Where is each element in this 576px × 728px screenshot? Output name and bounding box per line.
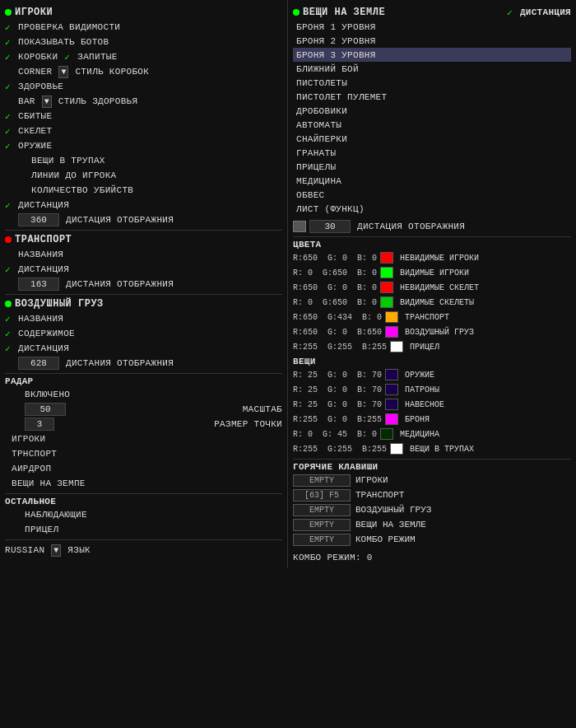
loot-dist-slider[interactable]	[293, 221, 306, 232]
hotkey-combo-input[interactable]	[293, 534, 351, 546]
loot-item-scopes[interactable]: ПРИЦЕЛЫ	[293, 160, 571, 174]
row-health: ✓ ЗДОРОВЬЕ	[5, 79, 282, 94]
row-airdrop-dist: ✓ ДИСТАНЦИЯ	[5, 341, 282, 356]
colors-header: ЦВЕТА	[293, 240, 571, 250]
loot-item-armor2[interactable]: БРОНЯ 2 УРОВНЯ	[293, 34, 571, 48]
color-row-armor: R:255 G: 0 B:255 БРОНЯ	[293, 412, 571, 427]
color-swatch-corpse[interactable]	[390, 443, 403, 455]
row-transport-dist-display: ДИСТАНИЯ ОТОБРАЖНИЯ	[5, 277, 282, 292]
loot-header: ВЕЩИ НА ЗЕМЛЕ ✓ ДИСТАНЦИЯ	[293, 7, 571, 18]
loot-item-ar[interactable]: АВТОМАТЫ	[293, 118, 571, 132]
hotkey-transport-input[interactable]	[293, 489, 351, 502]
color-swatch-invis-players[interactable]	[380, 252, 393, 264]
loot-item-smg[interactable]: ПИСТОЛЕТ ПУЛЕМЕТ	[293, 90, 571, 104]
players-dist-input[interactable]	[18, 213, 59, 226]
loot-item-attachments[interactable]: ОБВЕС	[293, 188, 571, 202]
row-corner-style: CORNER ▼ СТИЛЬ КОРОБОК	[5, 64, 282, 79]
players-dot	[5, 9, 12, 16]
row-radar-enabled: ВКЛЮЧЕНО	[12, 387, 282, 402]
row-boxes: ✓ КОРОБКИ ✓ ЗАПИТЫЕ	[5, 49, 282, 64]
color-swatch-vis-skeleton[interactable]	[380, 296, 393, 308]
row-skeleton: ✓ СКЕЛЕТ	[5, 124, 282, 138]
loot-item-medic[interactable]: МЕДИЦИНА	[293, 174, 571, 188]
right-panel: ВЕЩИ НА ЗЕМЛЕ ✓ ДИСТАНЦИЯ БРОНЯ 1 УРОВНЯ…	[288, 0, 576, 568]
color-row-vis-skeleton: R: 0 G:650 B: 0 ВИДИМЫЕ СКЕЛЕТЫ	[293, 295, 571, 310]
radar-size-input[interactable]	[25, 418, 54, 431]
row-radar-scale: МАСШТАБ	[12, 402, 282, 417]
color-row-weapon: R: 25 G: 0 B: 70 ОРУЖИЕ	[293, 367, 571, 382]
hotkey-transport: ТРАНСПОРТ	[293, 488, 571, 502]
transport-dot	[5, 236, 12, 243]
airdrop-header: ВОЗДУШНЫЙ ГРУЗ	[5, 298, 282, 310]
color-row-crosshair: R:255 G:255 B:255 ПРИЦЕЛ	[293, 339, 571, 354]
color-row-vis-players: R: 0 G:650 B: 0 ВИДИМЫЕ ИГРОКИ	[293, 265, 571, 280]
other-header: ОСТАЛЬНОЕ	[5, 497, 282, 506]
row-bar-style: BAR ▼ СТИЛЬ ЗДОРОВЬЯ	[5, 94, 282, 109]
radar-cat-airdrop: АИРДРОП	[12, 461, 282, 476]
loot-item-armor1[interactable]: БРОНЯ 1 УРОВНЯ	[293, 20, 571, 34]
row-radar-size: РАЗМЕР ТОЧКИ	[12, 417, 282, 432]
color-swatch-weapon[interactable]	[385, 369, 398, 380]
loot-dist-input[interactable]	[309, 220, 351, 233]
loot-dot	[293, 9, 300, 16]
hotkey-players: ИГРОКИ	[293, 473, 571, 488]
airdrop-dot	[5, 301, 12, 307]
divider3	[5, 373, 282, 374]
airdrop-dist-input[interactable]	[18, 357, 59, 370]
row-observers: НАБЛЮДАЮЩИЕ	[12, 507, 282, 522]
bar-dropdown[interactable]: ▼	[42, 96, 52, 108]
corner-dropdown[interactable]: ▼	[58, 66, 68, 78]
color-swatch-vis-players[interactable]	[380, 267, 393, 278]
radar-cat-players: ИГРОКИ	[12, 432, 282, 446]
hotkey-loot: ВЕЩИ НА ЗЕМЛЕ	[293, 517, 571, 532]
players-header: ИГРОКИ	[5, 7, 282, 18]
color-row-navesnoe: R: 25 G: 0 B: 70 НАВЕСНОЕ	[293, 397, 571, 412]
color-row-transport: R:650 G:434 B: 0 ТРАНСПОРТ	[293, 310, 571, 324]
loot-item-armor3[interactable]: БРОНЯ 3 УРОВНЯ	[293, 48, 571, 62]
hotkey-combo: КОМБО РЕЖИМ	[293, 532, 571, 547]
hotkey-loot-input[interactable]	[293, 519, 351, 531]
row-distance-players: ✓ ДИСТАНЦИЯ	[5, 198, 282, 212]
loot-item-pistols[interactable]: ПИСТОЛЕТЫ	[293, 76, 571, 90]
row-crosshair: ПРИЦЕЛ	[12, 522, 282, 537]
divider1	[5, 230, 282, 231]
loot-item-funclist[interactable]: ЛИСТ (ФУНКЦ)	[293, 202, 571, 216]
color-swatch-airdrop[interactable]	[385, 326, 398, 338]
color-row-invis-players: R:650 G: 0 B: 0 НЕВИДИМЫЕ ИГРОКИ	[293, 250, 571, 265]
row-airdrop-contents: ✓ СОДЕРЖИМОЕ	[5, 326, 282, 341]
row-transport-names: НАЗВАНИЯ	[5, 247, 282, 262]
loot-item-shotguns[interactable]: ДРОБОВИКИ	[293, 104, 571, 118]
color-swatch-transport[interactable]	[385, 311, 398, 323]
row-check-visibility: ✓ ПРОВЕРКА ВИДИМОСТИ	[5, 20, 282, 35]
divider5	[5, 539, 282, 540]
color-row-invis-skeleton: R:650 G: 0 B: 0 НЕВИДИМЫЕ СКЕЛЕТ	[293, 280, 571, 295]
divider-right1	[293, 236, 571, 237]
color-swatch-medicine[interactable]	[380, 428, 393, 440]
transport-dist-input[interactable]	[18, 278, 59, 291]
hotkey-players-input[interactable]	[293, 474, 351, 487]
row-airdrop-dist-display: ДИСТАНИЯ ОТОБРАЖНИЯ	[5, 356, 282, 371]
loot-item-snipers[interactable]: СНАЙПЕРКИ	[293, 132, 571, 146]
color-swatch-crosshair[interactable]	[390, 341, 403, 352]
row-weapon: ✓ ОРУЖИЕ	[5, 138, 282, 153]
color-swatch-ammo[interactable]	[385, 384, 398, 395]
row-show-bots: ✓ ПОКАЗЫВАТЬ БОТОВ	[5, 35, 282, 49]
radar-scale-input[interactable]	[25, 403, 66, 416]
color-swatch-navesnoe[interactable]	[385, 399, 398, 410]
color-swatch-invis-skeleton[interactable]	[380, 282, 393, 293]
hotkeys-header: ГОРЯЧИЕ КЛАВИШИ	[293, 462, 571, 472]
hotkey-airdrop-input[interactable]	[293, 504, 351, 516]
row-corpse-items: ВЕЩИ В ТРУПАХ	[18, 153, 282, 168]
divider-right2	[293, 459, 571, 460]
divider4	[5, 493, 282, 494]
color-row-corpse: R:255 G:255 B:255 ВЕЩИ В ТРУПАХ	[293, 441, 571, 456]
transport-header: ТРАНСПОРТ	[5, 234, 282, 245]
row-transport-dist: ✓ ДИСТАНЦИЯ	[5, 262, 282, 277]
loot-item-melee[interactable]: БЛИЖНИЙ БОЙ	[293, 62, 571, 76]
row-language: RUSSIAN ▼ ЯЗЫК	[5, 543, 282, 558]
language-dropdown[interactable]: ▼	[51, 544, 61, 557]
divider2	[5, 294, 282, 295]
loot-item-grenades[interactable]: ГРАНАТЫ	[293, 146, 571, 160]
row-lines: ЛИНИИ ДО ИГРОКА	[18, 168, 282, 183]
color-swatch-armor[interactable]	[385, 413, 398, 425]
